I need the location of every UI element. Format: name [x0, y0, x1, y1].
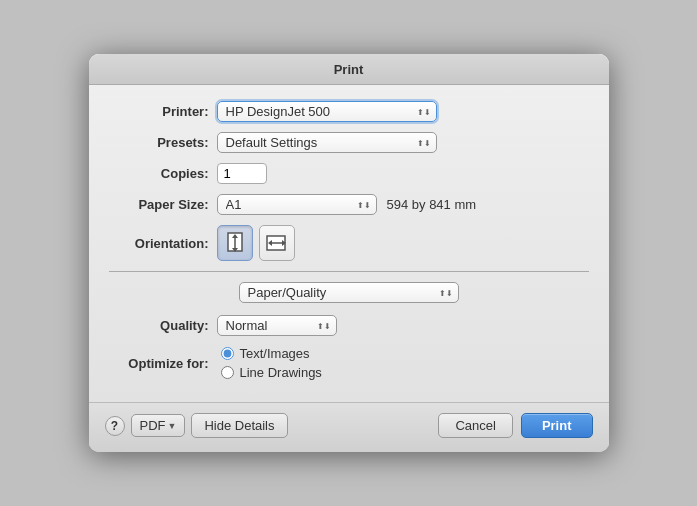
line-drawings-radio[interactable]: [221, 366, 234, 379]
section-row: Paper/Quality: [109, 282, 589, 303]
line-drawings-option[interactable]: Line Drawings: [221, 365, 589, 380]
quality-label: Quality:: [109, 318, 209, 333]
presets-row: Presets: Default Settings: [109, 132, 589, 153]
printer-select-wrapper: HP DesignJet 500: [217, 101, 437, 122]
text-images-option[interactable]: Text/Images: [221, 346, 589, 361]
optimize-control: Text/Images Line Drawings: [217, 346, 589, 380]
presets-select[interactable]: Default Settings: [217, 132, 437, 153]
print-button[interactable]: Print: [521, 413, 593, 438]
optimize-label: Optimize for:: [109, 356, 209, 371]
paper-dimensions: 594 by 841 mm: [387, 197, 477, 212]
text-images-radio[interactable]: [221, 347, 234, 360]
line-drawings-label: Line Drawings: [240, 365, 322, 380]
dialog-title: Print: [334, 62, 364, 77]
paper-size-row: Paper Size: A1 594 by 841 mm: [109, 194, 589, 215]
copies-label: Copies:: [109, 166, 209, 181]
pdf-button[interactable]: PDF: [131, 414, 186, 437]
optimize-row: Optimize for: Text/Images Line Drawings: [109, 346, 589, 380]
quality-row: Quality: Normal Fast Best: [109, 315, 589, 336]
presets-label: Presets:: [109, 135, 209, 150]
presets-select-wrapper: Default Settings: [217, 132, 437, 153]
copies-input[interactable]: [217, 163, 267, 184]
bottom-bar: ? PDF Hide Details Cancel Print: [89, 402, 609, 452]
bottom-right-buttons: Cancel Print: [438, 413, 592, 438]
help-button[interactable]: ?: [105, 416, 125, 436]
portrait-button[interactable]: [217, 225, 253, 261]
orientation-label: Orientation:: [109, 236, 209, 251]
bottom-left-buttons: ? PDF Hide Details: [105, 413, 439, 438]
orientation-buttons: [217, 225, 589, 261]
paper-size-inner: A1 594 by 841 mm: [217, 194, 589, 215]
text-images-label: Text/Images: [240, 346, 310, 361]
orientation-row: Orientation:: [109, 225, 589, 261]
dialog-title-bar: Print: [89, 54, 609, 85]
presets-control: Default Settings: [217, 132, 589, 153]
paper-size-select[interactable]: A1: [217, 194, 377, 215]
paper-size-label: Paper Size:: [109, 197, 209, 212]
printer-select[interactable]: HP DesignJet 500: [217, 101, 437, 122]
section-select-wrapper: Paper/Quality: [239, 282, 459, 303]
printer-control: HP DesignJet 500: [217, 101, 589, 122]
quality-select-wrapper: Normal Fast Best: [217, 315, 337, 336]
print-dialog: Print Printer: HP DesignJet 500 Presets:…: [89, 54, 609, 452]
quality-select[interactable]: Normal Fast Best: [217, 315, 337, 336]
printer-label: Printer:: [109, 104, 209, 119]
landscape-icon: [266, 234, 288, 252]
paper-size-select-wrapper: A1: [217, 194, 377, 215]
printer-row: Printer: HP DesignJet 500: [109, 101, 589, 122]
copies-control: [217, 163, 589, 184]
cancel-button[interactable]: Cancel: [438, 413, 512, 438]
pdf-label: PDF: [140, 418, 166, 433]
dialog-content: Printer: HP DesignJet 500 Presets: Defau…: [89, 85, 609, 402]
landscape-button[interactable]: [259, 225, 295, 261]
divider-top: [109, 271, 589, 272]
paper-size-control: A1 594 by 841 mm: [217, 194, 589, 215]
copies-row: Copies:: [109, 163, 589, 184]
portrait-icon: [226, 232, 244, 254]
orientation-control: [217, 225, 589, 261]
section-select[interactable]: Paper/Quality: [239, 282, 459, 303]
hide-details-button[interactable]: Hide Details: [191, 413, 287, 438]
optimize-options: Text/Images Line Drawings: [221, 346, 589, 380]
